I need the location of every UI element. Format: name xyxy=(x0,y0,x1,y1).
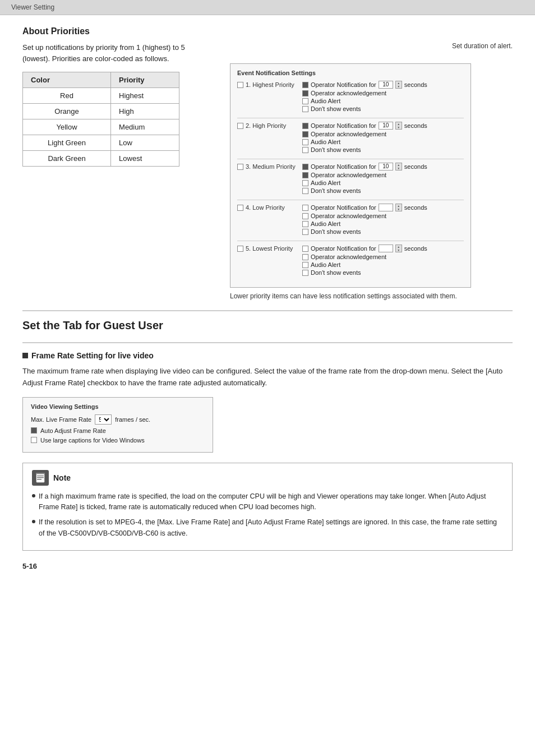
priority-checkbox[interactable] xyxy=(237,82,243,88)
event-option-row: Don't show events xyxy=(302,269,464,276)
bullet-square-icon xyxy=(22,353,28,358)
option-checkbox[interactable] xyxy=(302,205,308,211)
spinner[interactable]: ▲▼ xyxy=(395,81,402,89)
priority-label: 3. Medium Priority xyxy=(246,163,296,170)
event-options: Operator Notification for10▲▼secondsOper… xyxy=(302,122,464,153)
about-priorities-title: About Priorities xyxy=(22,26,513,36)
event-divider xyxy=(237,241,464,241)
section-divider-2 xyxy=(22,342,513,343)
option-checkbox[interactable] xyxy=(302,164,308,170)
option-checkbox[interactable] xyxy=(302,172,308,178)
event-option-row: Audio Alert xyxy=(302,98,464,104)
auto-adjust-checkbox[interactable] xyxy=(31,427,37,434)
spinner[interactable]: ▲▼ xyxy=(395,245,402,252)
page-number: 5-16 xyxy=(22,562,513,570)
option-checkbox[interactable] xyxy=(302,98,308,104)
option-checkbox[interactable] xyxy=(302,262,308,268)
event-priority-row: 4. Low PriorityOperator Notification for… xyxy=(237,204,464,235)
option-label: Operator Notification for xyxy=(311,245,376,252)
top-bar-label: Viewer Setting xyxy=(11,3,54,11)
notif-input[interactable]: 10 xyxy=(379,163,393,170)
event-priority-row: 1. Highest PriorityOperator Notification… xyxy=(237,81,464,112)
left-column: Set up notifications by priority from 1 … xyxy=(22,42,213,167)
option-checkbox[interactable] xyxy=(302,147,308,153)
option-label: Operator acknowledgement xyxy=(311,131,386,137)
notif-input[interactable] xyxy=(379,204,393,211)
event-option-row: Audio Alert xyxy=(302,220,464,227)
option-label: Don't show events xyxy=(311,105,361,112)
option-label: Operator Notification for xyxy=(311,163,376,170)
option-label: Operator acknowledgement xyxy=(311,90,386,96)
event-priority-row: 2. High PriorityOperator Notification fo… xyxy=(237,122,464,153)
large-captions-checkbox[interactable] xyxy=(31,437,37,443)
option-checkbox[interactable] xyxy=(302,82,308,88)
priority-checkbox[interactable] xyxy=(237,123,243,129)
option-checkbox[interactable] xyxy=(302,188,308,194)
option-label: Don't show events xyxy=(311,228,361,235)
svg-rect-3 xyxy=(37,479,41,480)
option-label: Operator acknowledgement xyxy=(311,253,386,260)
priority-checkbox[interactable] xyxy=(237,164,243,170)
event-divider xyxy=(237,159,464,159)
frames-per-sec-label: frames / sec. xyxy=(115,416,150,423)
lower-priority-note: Lower priority items can have less notif… xyxy=(230,292,471,300)
intro-text: Set up notifications by priority from 1 … xyxy=(22,42,213,64)
spinner[interactable]: ▲▼ xyxy=(395,163,402,170)
option-label: Audio Alert xyxy=(311,179,340,186)
table-row-color: Orange xyxy=(23,104,111,119)
note-icon xyxy=(32,470,49,486)
table-row: Light GreenLow xyxy=(23,135,179,151)
video-panel: Video Viewing Settings Max. Live Frame R… xyxy=(22,397,213,453)
event-option-row: Operator Notification for▲▼seconds xyxy=(302,204,464,211)
option-label: Don't show events xyxy=(311,269,361,276)
svg-rect-1 xyxy=(37,476,44,476)
priority-label: 4. Low Priority xyxy=(246,204,285,211)
option-checkbox[interactable] xyxy=(302,213,308,219)
table-row-color: Red xyxy=(23,88,111,104)
option-checkbox[interactable] xyxy=(302,123,308,129)
option-checkbox[interactable] xyxy=(302,90,308,96)
option-label: Don't show events xyxy=(311,146,361,153)
event-option-row: Don't show events xyxy=(302,187,464,194)
priority-label: 5. Lowest Priority xyxy=(246,245,293,252)
top-bar: Viewer Setting xyxy=(0,0,535,15)
event-options: Operator Notification for10▲▼secondsOper… xyxy=(302,163,464,194)
event-options: Operator Notification for▲▼secondsOperat… xyxy=(302,245,464,276)
event-option-row: Audio Alert xyxy=(302,179,464,186)
option-checkbox[interactable] xyxy=(302,131,308,137)
event-option-row: Operator Notification for10▲▼seconds xyxy=(302,122,464,130)
event-options: Operator Notification for▲▼secondsOperat… xyxy=(302,204,464,235)
spinner[interactable]: ▲▼ xyxy=(395,122,402,130)
notif-input[interactable] xyxy=(379,245,393,252)
event-option-row: Don't show events xyxy=(302,146,464,153)
table-row-priority: Low xyxy=(111,135,179,151)
option-checkbox[interactable] xyxy=(302,270,308,276)
priority-label: 2. High Priority xyxy=(246,122,286,129)
main-content: About Priorities Set up notifications by… xyxy=(0,15,535,582)
option-checkbox[interactable] xyxy=(302,139,308,145)
max-frame-rate-select[interactable]: 5 xyxy=(95,414,112,425)
event-option-row: Operator acknowledgement xyxy=(302,90,464,96)
right-column: Set duration of alert. Event Notificatio… xyxy=(230,42,513,300)
option-checkbox[interactable] xyxy=(302,221,308,227)
option-checkbox[interactable] xyxy=(302,229,308,235)
table-row-priority: Highest xyxy=(111,88,179,104)
option-checkbox[interactable] xyxy=(302,254,308,260)
event-row-label: 4. Low Priority xyxy=(237,204,299,211)
notif-input[interactable]: 10 xyxy=(379,81,393,89)
option-checkbox[interactable] xyxy=(302,246,308,252)
table-row-priority: Medium xyxy=(111,119,179,135)
video-panel-title: Video Viewing Settings xyxy=(31,403,205,410)
priority-checkbox[interactable] xyxy=(237,205,243,211)
priority-checkbox[interactable] xyxy=(237,246,243,252)
note-header: Note xyxy=(32,470,503,486)
option-label: Don't show events xyxy=(311,187,361,194)
seconds-label: seconds xyxy=(404,81,427,88)
spinner[interactable]: ▲▼ xyxy=(395,204,402,211)
table-row-color: Dark Green xyxy=(23,151,111,167)
option-checkbox[interactable] xyxy=(302,106,308,112)
notif-input[interactable]: 10 xyxy=(379,122,393,130)
option-label: Operator Notification for xyxy=(311,204,376,211)
option-checkbox[interactable] xyxy=(302,180,308,186)
frame-rate-subsection-title: Frame Rate Setting for live video xyxy=(22,351,513,360)
